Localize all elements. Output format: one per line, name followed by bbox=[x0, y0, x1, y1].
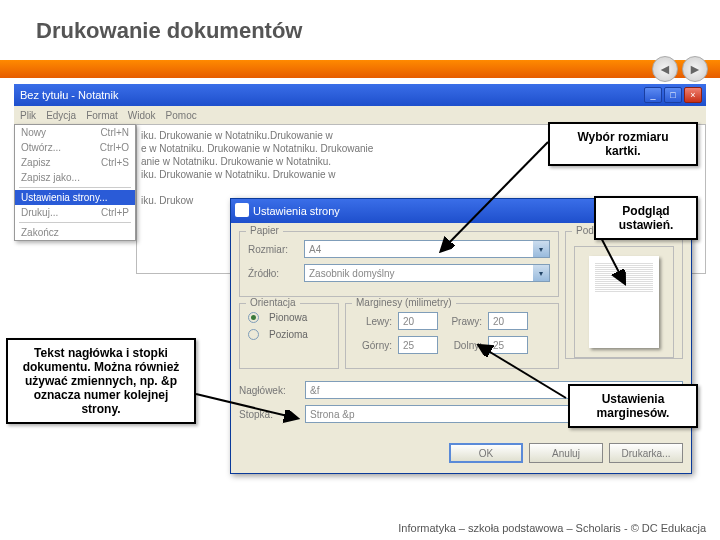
svg-line-0 bbox=[442, 142, 548, 250]
callout-margins: Ustawienia marginesów. bbox=[568, 384, 698, 428]
callout-preview: Podgląd ustawień. bbox=[594, 196, 698, 240]
page-title: Drukowanie dokumentów bbox=[36, 18, 720, 44]
svg-line-3 bbox=[480, 346, 566, 398]
slide-footer: Informatyka – szkoła podstawowa – Schola… bbox=[398, 522, 706, 534]
callout-paper-size: Wybór rozmiaru kartki. bbox=[548, 122, 698, 166]
svg-line-2 bbox=[196, 394, 296, 418]
callout-header-footer: Tekst nagłówka i stopki dokumentu. Można… bbox=[6, 338, 196, 424]
accent-bar: ◄ ► bbox=[0, 60, 720, 78]
